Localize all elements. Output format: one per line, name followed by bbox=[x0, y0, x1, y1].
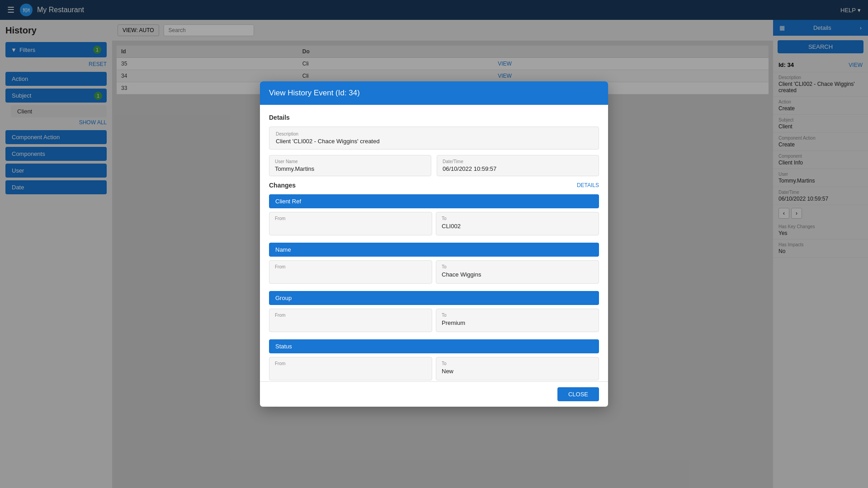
changes-title: Changes bbox=[269, 182, 296, 189]
details-link[interactable]: DETAILS bbox=[577, 182, 599, 188]
change-status-header: Status bbox=[269, 339, 599, 353]
change-client-ref-fields: From To CLI002 bbox=[269, 212, 599, 235]
change-name-header: Name bbox=[269, 243, 599, 257]
modal-footer: CLOSE bbox=[260, 381, 608, 407]
change-group-to: To Premium bbox=[436, 309, 599, 332]
change-status-to: To New bbox=[436, 357, 599, 380]
change-status: Status From To New bbox=[269, 339, 599, 380]
change-name-to: To Chace Wiggins bbox=[436, 260, 599, 284]
change-name-from: From bbox=[269, 260, 432, 284]
modal-details-title: Details bbox=[269, 114, 599, 121]
modal-body: Details Description Client 'CLI002 - Cha… bbox=[260, 105, 608, 381]
modal-overlay: View History Event (Id: 34) Details Desc… bbox=[0, 0, 868, 488]
change-client-ref-header: Client Ref bbox=[269, 194, 599, 208]
modal-dialog: View History Event (Id: 34) Details Desc… bbox=[260, 81, 608, 407]
change-client-ref: Client Ref From To CLI002 bbox=[269, 194, 599, 235]
modal-header: View History Event (Id: 34) bbox=[260, 81, 608, 105]
change-status-from: From bbox=[269, 357, 432, 380]
change-group-header: Group bbox=[269, 291, 599, 305]
change-client-ref-to: To CLI002 bbox=[436, 212, 599, 235]
change-name-fields: From To Chace Wiggins bbox=[269, 260, 599, 284]
changes-header: Changes DETAILS bbox=[269, 182, 599, 189]
change-group-from: From bbox=[269, 309, 432, 332]
modal-title: View History Event (Id: 34) bbox=[269, 89, 360, 97]
modal-datetime-field: Date/Time 06/10/2022 10:59:57 bbox=[437, 155, 599, 176]
change-name: Name From To Chace Wiggins bbox=[269, 243, 599, 284]
modal-description-box: Description Client 'CLI002 - Chace Wiggi… bbox=[269, 127, 599, 150]
change-group: Group From To Premium bbox=[269, 291, 599, 332]
change-client-ref-from: From bbox=[269, 212, 432, 235]
modal-user-datetime-row: User Name Tommy.Martins Date/Time 06/10/… bbox=[269, 155, 599, 176]
change-status-fields: From To New bbox=[269, 357, 599, 380]
close-button[interactable]: CLOSE bbox=[557, 387, 599, 401]
modal-username-field: User Name Tommy.Martins bbox=[269, 155, 431, 176]
change-group-fields: From To Premium bbox=[269, 309, 599, 332]
